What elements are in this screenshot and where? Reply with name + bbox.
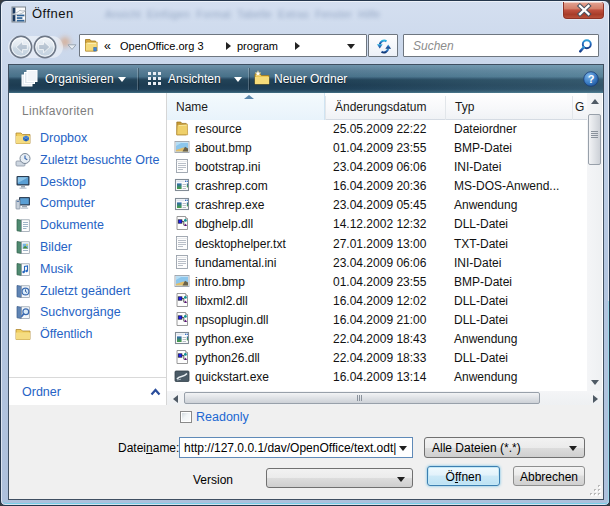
svg-text:?: ?: [588, 73, 595, 85]
